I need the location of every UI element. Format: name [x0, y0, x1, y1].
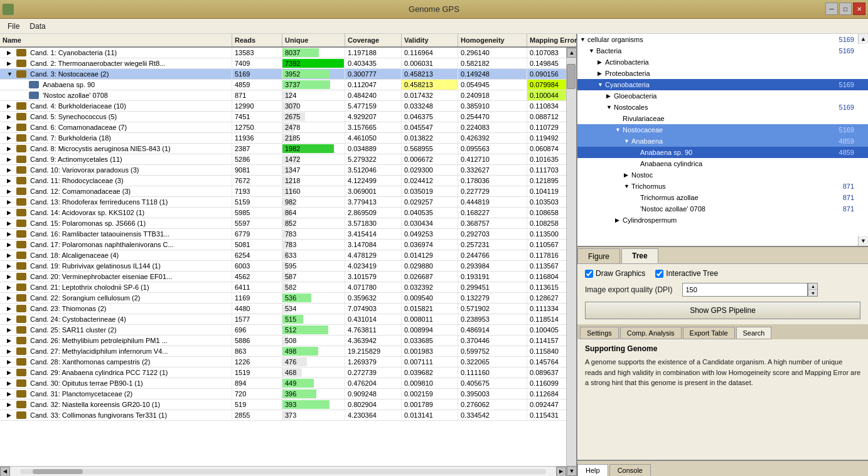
- col-coverage[interactable]: Coverage: [345, 34, 402, 46]
- expand-arrow[interactable]: ▶: [7, 135, 14, 141]
- table-row[interactable]: ▶Cand. 27: Methylacidiphilum infernorum …: [0, 346, 566, 357]
- tree-item[interactable]: Rivulariaceae: [577, 113, 868, 124]
- table-row[interactable]: ▶Cand. 20: Verminephrobacter eiseniae EF…: [0, 272, 566, 282]
- table-row[interactable]: ▶Cand. 14: Acidovorax sp. KKS102 (1)5985…: [0, 208, 566, 218]
- tree-item[interactable]: ▼Nostocaceae5169: [577, 124, 868, 135]
- table-row[interactable]: 'Nostoc azollae' 07088711240.4842400.017…: [0, 90, 566, 101]
- table-row[interactable]: ▶Cand. 7: Burkholderia (18)1193621854.46…: [0, 133, 566, 144]
- draw-graphics-label[interactable]: Draw Graphics: [585, 269, 645, 278]
- expand-arrow[interactable]: ▶: [7, 273, 14, 280]
- tree-expand-icon[interactable]: ▼: [580, 36, 587, 43]
- tree-scroll-up[interactable]: ▲: [858, 34, 868, 44]
- tree-item[interactable]: ▼Trichormus871: [577, 181, 868, 192]
- table-row[interactable]: ▶Cand. 16: Ramlibacter tataouinensis TTB…: [0, 229, 566, 240]
- v-scroll-down[interactable]: ▼: [567, 466, 576, 476]
- table-row[interactable]: ▶Cand. 33: Collimonas fungivorans Ter331…: [0, 410, 566, 421]
- tree-item[interactable]: ▼Anabaena4859: [577, 135, 868, 147]
- minimize-button[interactable]: ─: [825, 3, 838, 15]
- expand-arrow[interactable]: ▶: [7, 50, 14, 56]
- tree-item[interactable]: 'Nostoc azollae' 0708871: [577, 203, 868, 214]
- expand-arrow[interactable]: ▶: [7, 209, 14, 216]
- expand-arrow[interactable]: ▶: [7, 167, 14, 173]
- expand-arrow[interactable]: ▶: [7, 369, 14, 376]
- expand-arrow[interactable]: ▶: [7, 156, 14, 162]
- tree-scroll-down[interactable]: ▼: [858, 236, 868, 246]
- tree-item[interactable]: Trichormus azollae871: [577, 192, 868, 203]
- h-scroll-right[interactable]: ▶: [556, 467, 566, 477]
- tab-settings[interactable]: Settings: [580, 327, 619, 339]
- table-body[interactable]: ▶Cand. 1: Cyanobacteria (11)1358380371.1…: [0, 48, 566, 466]
- draw-graphics-checkbox[interactable]: [585, 270, 593, 278]
- tree-expand-icon[interactable]: ▶: [615, 217, 623, 223]
- table-row[interactable]: ▶Cand. 2: Thermoanaerobacter wiegelii Rt…: [0, 58, 566, 69]
- expand-arrow[interactable]: ▶: [7, 284, 14, 290]
- expand-arrow[interactable]: ▶: [7, 241, 14, 248]
- v-scroll-track[interactable]: [567, 58, 576, 466]
- footer-help[interactable]: Help: [577, 464, 608, 476]
- table-row[interactable]: ▶Cand. 32: Niastella koreensis GR20-10 (…: [0, 399, 566, 410]
- expand-arrow[interactable]: ▶: [7, 359, 14, 365]
- tab-export-table[interactable]: Export Table: [683, 327, 735, 339]
- h-scroll-track[interactable]: [20, 469, 546, 474]
- dpi-down[interactable]: ▼: [808, 290, 817, 296]
- tab-comp-analysis[interactable]: Comp. Analysis: [620, 327, 682, 339]
- expand-arrow[interactable]: ▶: [7, 348, 14, 354]
- expand-arrow[interactable]: ▶: [7, 337, 14, 344]
- maximize-button[interactable]: □: [839, 3, 852, 15]
- h-scroll-thumb[interactable]: [33, 469, 83, 474]
- table-row[interactable]: ▶Cand. 30: Opitutus terrae PB90-1 (1)894…: [0, 378, 566, 389]
- tree-item[interactable]: Anabaena cylindrica: [577, 158, 868, 169]
- tree-area[interactable]: ▼cellular organisms5169▼Bacteria5169▶Act…: [577, 34, 868, 247]
- tree-expand-icon[interactable]: ▶: [624, 172, 631, 178]
- interactive-tree-checkbox[interactable]: [655, 270, 663, 278]
- expand-arrow[interactable]: ▶: [7, 114, 14, 120]
- tree-item[interactable]: ▼Bacteria5169: [577, 45, 868, 56]
- table-row[interactable]: ▶Cand. 21: Leptothrix cholodnii SP-6 (1)…: [0, 282, 566, 293]
- table-row[interactable]: ▶Cand. 29: Anabaena cylindrica PCC 7122 …: [0, 368, 566, 378]
- tree-expand-icon[interactable]: ▼: [589, 48, 596, 54]
- table-row[interactable]: ▶Cand. 11: Rhodocyclaceae (3)767212184.1…: [0, 176, 566, 186]
- tree-expand-icon[interactable]: ▶: [597, 59, 605, 65]
- table-row[interactable]: ▶Cand. 4: Burkholderiaceae (10)129903070…: [0, 101, 566, 112]
- table-row[interactable]: ▶Cand. 23: Thiomonas (2)44805347.0749030…: [0, 304, 566, 314]
- table-row[interactable]: ▶Cand. 19: Rubrivivax gelatinosus IL144 …: [0, 261, 566, 272]
- tree-item[interactable]: ▼Cyanobacteria5169: [577, 79, 868, 90]
- expand-arrow[interactable]: ▶: [7, 220, 14, 226]
- table-row[interactable]: ▶Cand. 25: SAR11 cluster (2)6965124.7638…: [0, 325, 566, 336]
- interactive-tree-label[interactable]: Interactive Tree: [655, 269, 718, 278]
- dpi-input[interactable]: [682, 283, 808, 297]
- table-row[interactable]: ▶Cand. 10: Variovorax paradoxus (3)90811…: [0, 165, 566, 176]
- expand-arrow[interactable]: ▶: [7, 295, 14, 301]
- expand-arrow[interactable]: ▶: [7, 327, 14, 333]
- h-scroll-area[interactable]: ◀ ▶: [0, 466, 566, 476]
- dpi-up[interactable]: ▲: [808, 283, 817, 290]
- v-scroll[interactable]: ▲ ▼: [566, 48, 576, 476]
- table-row[interactable]: ▶Cand. 17: Polaromonas naphthalenivorans…: [0, 240, 566, 250]
- table-row[interactable]: ▶Cand. 15: Polaromonas sp. JS666 (1)5597…: [0, 218, 566, 229]
- table-row[interactable]: ▶Cand. 12: Comamonadaceae (3)719311603.0…: [0, 186, 566, 197]
- footer-console[interactable]: Console: [609, 464, 651, 476]
- file-menu[interactable]: File: [3, 21, 24, 32]
- table-row[interactable]: ▶Cand. 8: Microcystis aeruginosa NIES-84…: [0, 144, 566, 154]
- col-homogeneity[interactable]: Homogeneity: [458, 34, 527, 46]
- tree-item[interactable]: ▶Actinobacteria: [577, 56, 868, 68]
- expand-arrow[interactable]: ▶: [7, 103, 14, 109]
- tab-tree[interactable]: Tree: [621, 248, 658, 263]
- col-name[interactable]: Name: [0, 34, 232, 46]
- expand-arrow[interactable]: ▶: [7, 401, 14, 408]
- table-row[interactable]: ▶Cand. 26: Methylibium petroleiphilum PM…: [0, 336, 566, 346]
- table-row[interactable]: ▼Cand. 3: Nostocaceae (2)516939520.30077…: [0, 69, 566, 80]
- close-button[interactable]: ✕: [853, 3, 865, 15]
- expand-arrow[interactable]: ▶: [7, 188, 14, 194]
- tree-expand-icon[interactable]: ▼: [624, 138, 631, 144]
- tree-item[interactable]: ▶Nostoc: [577, 169, 868, 181]
- tree-item[interactable]: ▶Gloeobacteria: [577, 90, 868, 102]
- expand-arrow[interactable]: ▶: [7, 391, 14, 397]
- table-row[interactable]: ▶Cand. 31: Planctomycetaceae (2)7203960.…: [0, 389, 566, 399]
- expand-arrow[interactable]: ▶: [7, 231, 14, 237]
- data-menu[interactable]: Data: [24, 21, 50, 32]
- expand-arrow[interactable]: ▼: [7, 71, 14, 77]
- expand-arrow[interactable]: ▶: [7, 60, 14, 66]
- tree-expand-icon[interactable]: ▼: [624, 183, 631, 189]
- expand-arrow[interactable]: ▶: [7, 177, 14, 184]
